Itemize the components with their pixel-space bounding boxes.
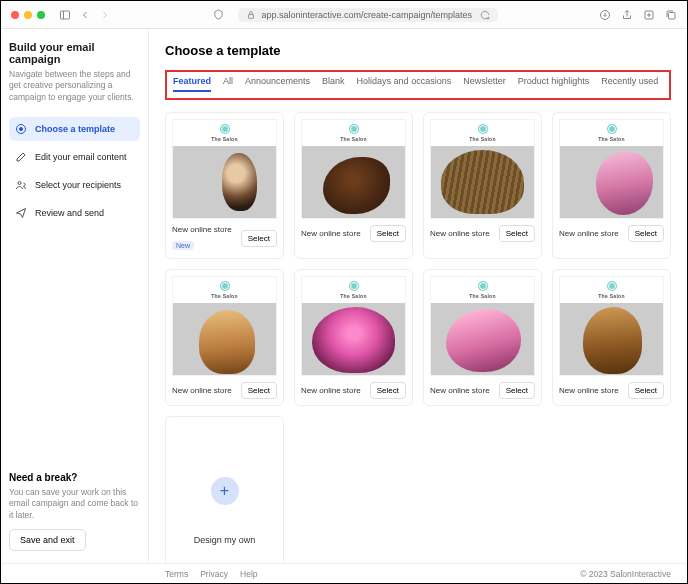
tab-recently-used[interactable]: Recently used	[601, 76, 658, 92]
brand-logo-icon	[478, 124, 488, 134]
brand-label: The Salon	[211, 136, 238, 142]
template-thumbnail: The Salon	[559, 276, 664, 376]
sidebar-toggle-icon[interactable]	[59, 9, 71, 21]
template-thumbnail: The Salon	[301, 276, 406, 376]
brand-logo-icon	[607, 281, 617, 291]
select-button[interactable]: Select	[370, 382, 406, 399]
template-hero-image	[173, 146, 276, 218]
template-hero-image	[431, 303, 534, 375]
main-content: Choose a template Featured All Announcem…	[149, 29, 687, 563]
page-title: Choose a template	[165, 43, 671, 58]
template-card[interactable]: The Salon New online store Select	[552, 112, 671, 259]
template-card[interactable]: The Salon New online store Select	[165, 269, 284, 406]
select-button[interactable]: Select	[241, 382, 277, 399]
select-button[interactable]: Select	[628, 382, 664, 399]
select-button[interactable]: Select	[241, 230, 277, 247]
edit-icon	[15, 151, 27, 163]
browser-toolbar: app.saloninteractive.com/create-campaign…	[1, 1, 687, 29]
template-thumbnail: The Salon	[559, 119, 664, 219]
break-heading: Need a break?	[9, 472, 140, 483]
template-thumbnail: The Salon	[172, 119, 277, 219]
forward-icon[interactable]	[99, 9, 111, 21]
brand-logo-icon	[220, 124, 230, 134]
svg-rect-4	[669, 12, 676, 19]
brand-logo-icon	[349, 124, 359, 134]
brand-logo-icon	[349, 281, 359, 291]
brand-label: The Salon	[340, 293, 367, 299]
design-own-label: Design my own	[194, 535, 256, 545]
brand-label: The Salon	[211, 293, 238, 299]
template-card[interactable]: The Salon New online store New Select	[165, 112, 284, 259]
template-card[interactable]: The Salon New online store Select	[423, 269, 542, 406]
url-bar[interactable]: app.saloninteractive.com/create-campaign…	[238, 8, 498, 22]
template-card[interactable]: The Salon New online store Select	[552, 269, 671, 406]
svg-point-7	[18, 182, 21, 185]
step-review-send[interactable]: Review and send	[9, 201, 140, 225]
template-thumbnail: The Salon	[301, 119, 406, 219]
template-card[interactable]: The Salon New online store Select	[294, 112, 413, 259]
template-title: New online store	[301, 229, 366, 238]
template-thumbnail: The Salon	[430, 276, 535, 376]
save-and-exit-button[interactable]: Save and exit	[9, 529, 86, 551]
tab-all[interactable]: All	[223, 76, 233, 92]
template-title: New online store	[559, 229, 624, 238]
template-thumbnail: The Salon	[430, 119, 535, 219]
brand-logo-icon	[607, 124, 617, 134]
template-icon	[15, 123, 27, 135]
url-text: app.saloninteractive.com/create-campaign…	[262, 10, 473, 20]
brand-label: The Salon	[598, 293, 625, 299]
brand-label: The Salon	[340, 136, 367, 142]
svg-rect-0	[61, 11, 70, 19]
new-tab-icon[interactable]	[643, 9, 655, 21]
tab-product-highlights[interactable]: Product highlights	[518, 76, 590, 92]
tabs-overview-icon[interactable]	[665, 9, 677, 21]
footer-link-terms[interactable]: Terms	[165, 569, 188, 579]
tab-announcements[interactable]: Announcements	[245, 76, 310, 92]
template-hero-image	[560, 146, 663, 218]
template-hero-image	[560, 303, 663, 375]
tab-featured[interactable]: Featured	[173, 76, 211, 92]
template-grid: The Salon New online store New Select Th…	[165, 112, 671, 563]
plus-icon: +	[211, 477, 239, 505]
template-title: New online store	[430, 386, 495, 395]
template-title: New online store	[172, 225, 232, 234]
select-button[interactable]: Select	[628, 225, 664, 242]
maximize-window-icon[interactable]	[37, 11, 45, 19]
minimize-window-icon[interactable]	[24, 11, 32, 19]
footer-link-privacy[interactable]: Privacy	[200, 569, 228, 579]
step-label: Review and send	[35, 208, 104, 218]
select-button[interactable]: Select	[499, 382, 535, 399]
new-badge: New	[172, 241, 194, 250]
footer-link-help[interactable]: Help	[240, 569, 257, 579]
template-hero-image	[302, 303, 405, 375]
svg-point-6	[20, 128, 23, 131]
sidebar-title: Build your email campaign	[9, 41, 140, 65]
download-icon[interactable]	[599, 9, 611, 21]
step-label: Choose a template	[35, 124, 115, 134]
step-select-recipients[interactable]: Select your recipients	[9, 173, 140, 197]
step-edit-content[interactable]: Edit your email content	[9, 145, 140, 169]
shield-icon[interactable]	[213, 9, 224, 20]
template-card[interactable]: The Salon New online store Select	[294, 269, 413, 406]
svg-rect-1	[248, 14, 253, 18]
template-card[interactable]: The Salon New online store Select	[423, 112, 542, 259]
copyright: © 2023 SalonInteractive	[580, 569, 671, 579]
design-my-own-card[interactable]: + Design my own	[165, 416, 284, 563]
window-controls	[11, 11, 45, 19]
lock-icon	[246, 10, 256, 20]
brand-label: The Salon	[469, 293, 496, 299]
back-icon[interactable]	[79, 9, 91, 21]
close-window-icon[interactable]	[11, 11, 19, 19]
users-icon	[15, 179, 27, 191]
share-icon[interactable]	[621, 9, 633, 21]
template-title: New online store	[301, 386, 366, 395]
select-button[interactable]: Select	[370, 225, 406, 242]
tab-blank[interactable]: Blank	[322, 76, 345, 92]
tab-holidays[interactable]: Holidays and occasions	[357, 76, 452, 92]
step-choose-template[interactable]: Choose a template	[9, 117, 140, 141]
template-hero-image	[173, 303, 276, 375]
select-button[interactable]: Select	[499, 225, 535, 242]
refresh-icon[interactable]	[480, 10, 490, 20]
tab-newsletter[interactable]: Newsletter	[463, 76, 506, 92]
brand-label: The Salon	[598, 136, 625, 142]
